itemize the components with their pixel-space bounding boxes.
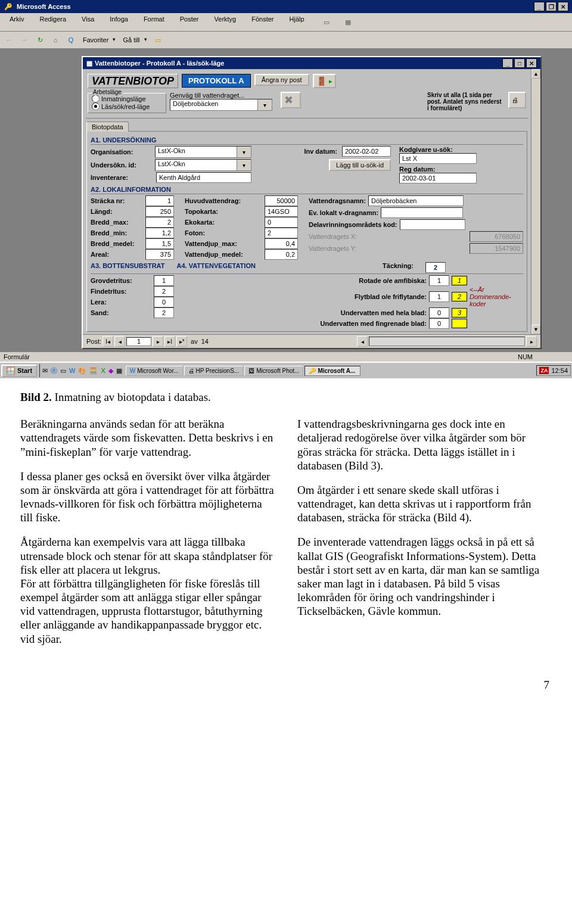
menu-arkiv[interactable]: Arkiv xyxy=(2,15,31,29)
invdatum-field[interactable]: 2002-02-02 xyxy=(342,146,391,157)
ql-desktop-icon[interactable]: ▭ xyxy=(60,367,66,375)
kod-4[interactable] xyxy=(452,319,467,328)
regdatum-field[interactable]: 2002-03-01 xyxy=(399,173,477,183)
findetritus-label: Findetritus: xyxy=(91,288,127,295)
stop-icon[interactable]: ↻ xyxy=(33,33,46,46)
menu-poster[interactable]: Poster xyxy=(173,15,206,29)
vdjupmed-field[interactable]: 0,2 xyxy=(265,249,298,260)
favoriter-dropdown[interactable]: Favoriter xyxy=(80,35,117,45)
genvag-combo[interactable]: Döljebrobäcken▾ xyxy=(170,99,272,111)
vattenbiotop-logo: VATTENBIOTOP xyxy=(88,74,178,88)
breddmedel-field[interactable]: 1,5 xyxy=(145,238,174,249)
radio-lassok[interactable]: Läs/sök/red-läge xyxy=(92,102,162,110)
tab-biotopdata[interactable]: Biotopdata xyxy=(86,122,129,132)
ql-hp-icon[interactable]: ▦ xyxy=(116,367,122,375)
start-button[interactable]: 🪟 Start xyxy=(1,365,37,377)
word-icon: W xyxy=(130,368,135,374)
form-maximize-button[interactable]: □ xyxy=(514,58,525,68)
recnav-current[interactable]: 1 xyxy=(126,337,151,346)
findetritus-field[interactable]: 2 xyxy=(154,286,174,297)
undersokn-combo[interactable]: LstX-Okn▾ xyxy=(155,159,251,171)
form-close-button[interactable]: ✕ xyxy=(526,58,537,68)
ql-outlook-icon[interactable]: ✉ xyxy=(42,367,48,375)
task-word[interactable]: WMicrosoft Wor... xyxy=(126,366,183,376)
menu-hjalp[interactable]: Hjälp xyxy=(282,15,312,29)
ekokarta-field[interactable]: 0 xyxy=(265,217,298,228)
grovdetritus-field[interactable]: 1 xyxy=(154,275,174,286)
menu-verktyg[interactable]: Verktyg xyxy=(207,15,244,29)
langd-label: Längd: xyxy=(91,208,113,215)
tackning-field[interactable]: 2 xyxy=(425,262,446,273)
invdatum-label: Inv datum: xyxy=(304,148,337,155)
recnav-last[interactable]: ▸I xyxy=(164,336,175,347)
scroll-down-icon[interactable]: ▼ xyxy=(531,325,540,334)
recnav-next[interactable]: ▸ xyxy=(153,336,163,347)
rotade-field[interactable]: 1 xyxy=(429,275,449,286)
ql-excel-icon[interactable]: X xyxy=(101,367,105,374)
gatill-dropdown[interactable]: Gå till xyxy=(120,35,148,45)
breddmax-field[interactable]: 2 xyxy=(145,217,174,228)
ql-calc-icon[interactable]: 🧮 xyxy=(89,367,98,375)
stracka-field[interactable]: 1 xyxy=(145,195,174,206)
kodgivare-field[interactable]: Lst X xyxy=(399,153,477,164)
task-access[interactable]: 🔑Microsoft A... xyxy=(304,366,360,376)
recnav-prev[interactable]: ◂ xyxy=(114,336,125,347)
back-icon[interactable]: ← xyxy=(2,33,15,46)
recnav-first[interactable]: I◂ xyxy=(102,336,113,347)
ql-paint-icon[interactable]: 🎨 xyxy=(78,367,86,375)
search-web-icon[interactable]: Q xyxy=(64,33,77,46)
datasheet-view-icon[interactable]: ▦ xyxy=(338,15,358,29)
foton-field[interactable]: 2 xyxy=(265,228,298,238)
restore-button[interactable]: ❐ xyxy=(546,2,557,11)
menu-format[interactable]: Format xyxy=(136,15,172,29)
kod-3[interactable]: 3 xyxy=(452,308,467,318)
kod-2[interactable]: 2 xyxy=(452,292,467,301)
recnav-new[interactable]: ▸* xyxy=(176,336,187,347)
langd-field[interactable]: 250 xyxy=(145,206,174,217)
radio-inmatningslage[interactable]: Inmatningsläge xyxy=(92,95,162,102)
topokarta-field[interactable]: 14GSO xyxy=(265,206,298,217)
areal-field[interactable]: 375 xyxy=(145,249,174,260)
hscroll-right[interactable]: ▸ xyxy=(526,336,537,347)
scroll-up-icon[interactable]: ▲ xyxy=(531,69,540,79)
huvudvattendrag-field[interactable]: 50000 xyxy=(265,195,298,206)
inventerare-field[interactable]: Kenth Aldgård xyxy=(156,172,251,183)
ql-onenote-icon[interactable]: ◆ xyxy=(108,367,113,375)
evlokalt-field[interactable] xyxy=(381,207,463,218)
home-icon[interactable]: ⌂ xyxy=(49,33,62,46)
ql-ie-icon[interactable]: ⓔ xyxy=(51,366,57,375)
form-minimize-button[interactable]: _ xyxy=(502,58,513,68)
vdjupmax-label: Vattendjup_max: xyxy=(185,240,237,247)
lagg-till-usok-id-button[interactable]: Lägg till u-sök-id xyxy=(329,159,391,171)
lang-icon[interactable]: ZA xyxy=(539,367,549,374)
menu-fonster[interactable]: Fönster xyxy=(244,15,281,29)
sand-field[interactable]: 2 xyxy=(154,307,174,318)
flytblad-field[interactable]: 1 xyxy=(429,291,449,302)
breddmin-field[interactable]: 1,2 xyxy=(145,228,174,238)
kod-1[interactable]: 1 xyxy=(452,276,467,285)
systray-clock[interactable]: ZA 12:54 xyxy=(536,365,571,376)
exit-door-button[interactable]: 🚪 ▸ xyxy=(313,74,336,88)
form-scrollbar[interactable]: ▲ ▼ xyxy=(531,69,540,334)
lera-field[interactable]: 0 xyxy=(154,297,174,307)
angra-ny-post-button[interactable]: Ångra ny post xyxy=(254,74,309,86)
close-button[interactable]: ✕ xyxy=(558,2,568,11)
form-view-icon[interactable]: ▭ xyxy=(316,15,337,29)
task-hp[interactable]: 🖨HP PrecisionS... xyxy=(184,366,244,376)
uvfin-field[interactable]: 0 xyxy=(429,318,449,329)
menu-infoga[interactable]: Infoga xyxy=(102,15,135,29)
vdjupmax-field[interactable]: 0,4 xyxy=(265,238,298,249)
vnamn-field[interactable]: Döljebrobäcken xyxy=(368,195,464,206)
delavrin-field[interactable] xyxy=(400,219,465,230)
forward-icon[interactable]: → xyxy=(18,33,31,46)
folder-icon[interactable]: ▭ xyxy=(151,33,164,46)
uvhel-field[interactable]: 0 xyxy=(429,307,449,318)
task-photo[interactable]: 🖼Microsoft Phot... xyxy=(244,366,303,376)
minimize-button[interactable]: _ xyxy=(534,2,545,11)
menu-redigera[interactable]: Redigera xyxy=(32,15,73,29)
menu-visa[interactable]: Visa xyxy=(74,15,101,29)
hscroll-left[interactable]: ◂ xyxy=(357,336,368,347)
print-button[interactable]: 🖨 xyxy=(508,92,526,108)
ql-word-icon[interactable]: W xyxy=(69,367,75,374)
organisation-combo[interactable]: LstX-Okn▾ xyxy=(155,146,251,158)
